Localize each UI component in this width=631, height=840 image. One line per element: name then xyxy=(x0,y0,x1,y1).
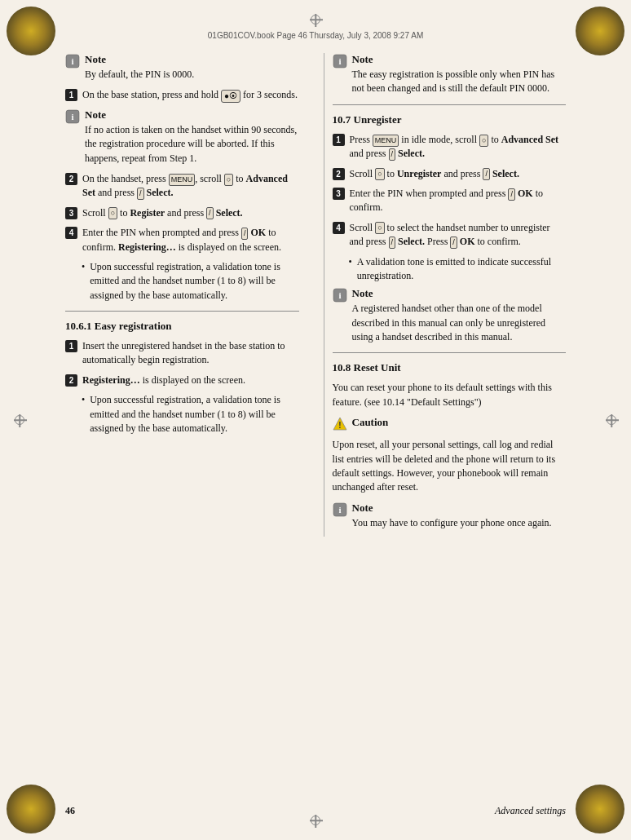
caution-block: ! Caution xyxy=(333,416,567,431)
caution-text: Upon reset, all your personal settings, … xyxy=(333,438,567,495)
right-note3-content: Note You may have to configure your phon… xyxy=(352,502,552,530)
right-note1: i Note The easy registration is possible… xyxy=(333,53,567,96)
header-text: 01GB01COV.book Page 46 Thursday, July 3,… xyxy=(208,31,423,40)
regmark-right xyxy=(607,415,616,425)
left-step4-text: Enter the PIN when prompted and press / … xyxy=(82,226,299,254)
svg-text:!: ! xyxy=(338,421,341,430)
unreg-step3-num: 3 xyxy=(333,188,345,200)
select-key-icon-r1: / xyxy=(389,148,396,161)
unregister-heading: 10.7 Unregister xyxy=(333,113,567,126)
scroll-icon-3: ○ xyxy=(108,207,117,219)
svg-text:i: i xyxy=(71,112,73,122)
left-step4: 4 Enter the PIN when prompted and press … xyxy=(65,226,299,254)
ok-key-icon-r3: / xyxy=(508,188,515,201)
note-icon-r2: i xyxy=(333,288,347,303)
right-note1-content: Note The easy registration is possible o… xyxy=(352,53,567,96)
note-icon-2: i xyxy=(65,109,80,124)
select-key-icon-3: / xyxy=(206,207,214,219)
left-step4-num: 4 xyxy=(65,227,77,239)
easy-step1-text: Insert the unregistered handset in the b… xyxy=(82,339,299,368)
ok-key-icon-r4: / xyxy=(450,237,457,249)
note-icon-r3: i xyxy=(333,502,347,517)
left-note1-content: Note By default, the PIN is 0000. xyxy=(85,53,194,82)
right-note1-text: The easy registration is possible only w… xyxy=(352,68,567,96)
footer: 46 Advanced settings xyxy=(65,805,566,817)
menu-key-icon: MENU xyxy=(169,174,196,186)
left-step2-text: On the handset, press MENU, scroll ○ to … xyxy=(82,172,299,201)
divider-unregister xyxy=(333,104,567,105)
left-step3-text: Scroll ○ to Register and press / Select. xyxy=(82,206,299,220)
unreg-step3-text: Enter the PIN when prompted and press / … xyxy=(350,187,567,215)
unreg-step2: 2 Scroll ○ to Unregister and press / Sel… xyxy=(333,167,567,181)
divider-easy-reg xyxy=(65,311,299,312)
footer-section: Advanced settings xyxy=(495,805,566,817)
svg-text:i: i xyxy=(338,505,341,515)
left-note2-content: Note If no action is taken on the handse… xyxy=(85,108,299,166)
main-content: i Note By default, the PIN is 0000. 1 On… xyxy=(65,53,566,795)
caution-label-block: Caution xyxy=(352,416,389,429)
right-note3-label: Note xyxy=(352,502,373,514)
right-note3: i Note You may have to configure your ph… xyxy=(333,502,567,530)
hold-button-icon: ●⦿ xyxy=(221,90,240,103)
unreg-step1-text: Press MENU in idle mode, scroll ○ to Adv… xyxy=(350,133,567,161)
left-note1-label: Note xyxy=(85,53,106,65)
left-bullet1-text: Upon successful registration, a validati… xyxy=(90,260,298,303)
bullet-dot-1: • xyxy=(82,261,85,303)
left-note2-label: Note xyxy=(85,108,106,121)
ok-key-icon-4: / xyxy=(241,228,249,240)
right-note2-label: Note xyxy=(352,287,373,299)
right-note2-content: Note A registered handset other than one… xyxy=(352,287,567,344)
unreg-step2-text: Scroll ○ to Unregister and press / Selec… xyxy=(350,167,567,181)
unreg-step4-text: Scroll ○ to select the handset number to… xyxy=(350,221,567,250)
select-key-icon-r2: / xyxy=(483,168,490,180)
header-bar: 01GB01COV.book Page 46 Thursday, July 3,… xyxy=(65,31,566,40)
left-column: i Note By default, the PIN is 0000. 1 On… xyxy=(65,53,307,537)
scroll-icon-r4: ○ xyxy=(375,222,384,234)
easy-step1-num: 1 xyxy=(65,340,77,352)
left-note2-text: If no action is taken on the handset wit… xyxy=(85,123,299,166)
corner-decoration-br xyxy=(576,785,624,833)
caution-icon: ! xyxy=(333,417,347,431)
right-note2-text: A registered handset other than one of t… xyxy=(352,302,567,344)
left-step3: 3 Scroll ○ to Register and press / Selec… xyxy=(65,206,299,220)
reset-heading: 10.8 Reset Unit xyxy=(333,361,567,374)
svg-text:i: i xyxy=(338,290,341,300)
menu-key-icon-r: MENU xyxy=(373,135,399,147)
unreg-bullet1: • A validation tone is emitted to indica… xyxy=(349,255,567,284)
left-note1: i Note By default, the PIN is 0000. xyxy=(65,53,299,82)
left-step3-num: 3 xyxy=(65,207,77,219)
note-icon-1: i xyxy=(65,54,80,69)
unreg-step4-num: 4 xyxy=(333,222,345,234)
page-number: 46 xyxy=(65,805,75,817)
scroll-icon-r1: ○ xyxy=(479,135,488,147)
bullet-dot-unreg: • xyxy=(349,256,352,284)
corner-decoration-tr xyxy=(576,7,624,55)
regmark-left xyxy=(15,415,24,425)
select-key-icon-r4: / xyxy=(389,237,396,249)
unreg-step4: 4 Scroll ○ to select the handset number … xyxy=(333,221,567,250)
unreg-step1: 1 Press MENU in idle mode, scroll ○ to A… xyxy=(333,133,567,161)
easy-step2-num: 2 xyxy=(65,374,77,387)
easy-step2: 2 Registering… is displayed on the scree… xyxy=(65,374,299,387)
regmark-top xyxy=(311,15,320,24)
easy-step1: 1 Insert the unregistered handset in the… xyxy=(65,339,299,368)
columns: i Note By default, the PIN is 0000. 1 On… xyxy=(65,53,566,537)
bullet-dot-easy: • xyxy=(82,394,85,435)
unreg-step3: 3 Enter the PIN when prompted and press … xyxy=(333,187,567,215)
left-step2-num: 2 xyxy=(65,173,77,185)
reset-intro: You can reset your phone to its default … xyxy=(333,381,567,409)
unreg-bullet1-text: A validation tone is emitted to indicate… xyxy=(357,255,566,284)
left-step1-num: 1 xyxy=(65,89,77,101)
easy-bullet1: • Upon successful registration, a valida… xyxy=(82,393,299,435)
right-column: i Note The easy registration is possible… xyxy=(324,53,567,537)
easy-step2-text: Registering… is displayed on the screen. xyxy=(82,374,299,387)
easy-reg-heading: 10.6.1 Easy registration xyxy=(65,320,299,333)
corner-decoration-tl xyxy=(7,7,55,55)
right-note1-label: Note xyxy=(352,53,373,65)
right-note3-text: You may have to configure your phone onc… xyxy=(352,516,552,530)
divider-reset xyxy=(333,352,567,353)
left-step1-text: On the base station, press and hold ●⦿ f… xyxy=(82,88,299,102)
scroll-icon-2: ○ xyxy=(224,174,233,186)
corner-decoration-bl xyxy=(7,785,55,833)
left-step2: 2 On the handset, press MENU, scroll ○ t… xyxy=(65,172,299,201)
